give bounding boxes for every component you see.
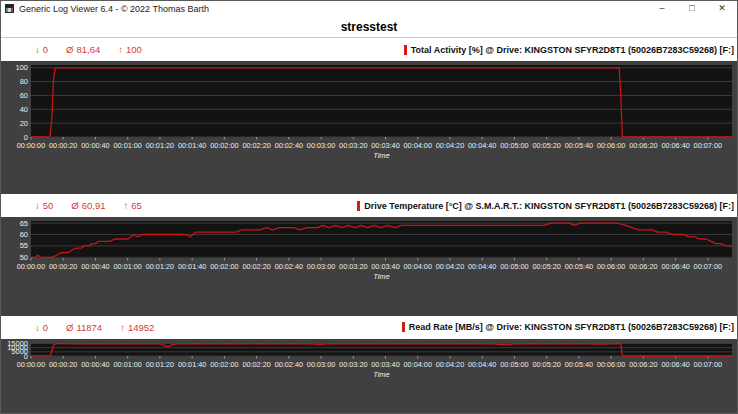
svg-text:00:04:00: 00:04:00 xyxy=(404,262,432,271)
maximize-button[interactable]: □ xyxy=(677,1,707,16)
chart-panel-activity[interactable]: 02040608010000:00:0000:00:2000:00:4000:0… xyxy=(1,61,737,194)
stat-avg-value: 11874 xyxy=(76,322,102,333)
chart-title-text: Drive Temperature [°C] @ S.M.A.R.T.: KIN… xyxy=(364,201,734,211)
stats-group: ↓0 Ø11874 ↑14952 xyxy=(35,322,154,333)
svg-text:00:05:00: 00:05:00 xyxy=(500,141,528,150)
svg-text:00:02:20: 00:02:20 xyxy=(242,360,270,369)
svg-text:00:01:20: 00:01:20 xyxy=(146,262,174,271)
svg-text:00:01:40: 00:01:40 xyxy=(178,360,206,369)
svg-text:00:05:40: 00:05:40 xyxy=(565,262,593,271)
svg-text:00:02:00: 00:02:00 xyxy=(210,360,238,369)
app-icon xyxy=(5,4,14,13)
svg-text:00:00:40: 00:00:40 xyxy=(81,141,109,150)
svg-text:Time: Time xyxy=(373,272,390,281)
chart-title-activity: Total Activity [%] @ Drive: KINGSTON SFY… xyxy=(404,45,734,55)
svg-text:80: 80 xyxy=(20,77,28,86)
svg-text:00:03:20: 00:03:20 xyxy=(339,262,367,271)
window-controls: – □ ✕ xyxy=(647,1,737,16)
minimize-button[interactable]: – xyxy=(647,1,677,16)
max-arrow-icon: ↑ xyxy=(118,44,123,55)
svg-text:00:05:00: 00:05:00 xyxy=(500,262,528,271)
svg-text:60: 60 xyxy=(20,230,28,239)
svg-text:00:01:40: 00:01:40 xyxy=(178,262,206,271)
log-header: stresstest xyxy=(1,16,737,38)
log-title: stresstest xyxy=(341,20,398,34)
svg-text:20: 20 xyxy=(20,119,28,128)
svg-text:00:04:40: 00:04:40 xyxy=(468,141,496,150)
stat-max-value: 65 xyxy=(131,200,142,211)
svg-text:00:00:00: 00:00:00 xyxy=(17,360,45,369)
svg-text:00:00:40: 00:00:40 xyxy=(81,262,109,271)
stat-avg-value: 60,91 xyxy=(82,200,106,211)
svg-text:00:06:40: 00:06:40 xyxy=(661,262,689,271)
svg-text:00:00:00: 00:00:00 xyxy=(17,262,45,271)
window-title: Generic Log Viewer 6.4 - © 2022 Thomas B… xyxy=(19,4,647,14)
svg-text:00:05:20: 00:05:20 xyxy=(532,262,560,271)
svg-text:00:01:00: 00:01:00 xyxy=(113,141,141,150)
svg-text:00:04:20: 00:04:20 xyxy=(436,262,464,271)
stat-min: ↓0 xyxy=(35,44,48,55)
svg-text:00:02:40: 00:02:40 xyxy=(275,141,303,150)
series-color-marker xyxy=(404,45,407,55)
svg-text:00:04:40: 00:04:40 xyxy=(468,262,496,271)
stat-avg-value: 81,64 xyxy=(76,44,100,55)
stats-row-readrate: ↓0 Ø11874 ↑14952 Read Rate [MB/s] @ Driv… xyxy=(1,316,737,339)
stat-min-value: 0 xyxy=(43,322,48,333)
svg-text:00:03:40: 00:03:40 xyxy=(371,262,399,271)
stats-row-temperature: ↓50 Ø60,91 ↑65 Drive Temperature [°C] @ … xyxy=(1,194,737,217)
stat-max: ↑65 xyxy=(124,200,142,211)
close-button[interactable]: ✕ xyxy=(707,1,737,16)
stat-max-value: 14952 xyxy=(128,322,154,333)
chart-panel-temperature[interactable]: 5055606500:00:0000:00:2000:00:4000:01:00… xyxy=(1,217,737,315)
svg-text:00:01:20: 00:01:20 xyxy=(146,141,174,150)
svg-text:00:04:20: 00:04:20 xyxy=(436,141,464,150)
stat-max: ↑100 xyxy=(118,44,142,55)
svg-text:00:06:20: 00:06:20 xyxy=(629,141,657,150)
svg-text:Time: Time xyxy=(373,370,390,379)
chart-title-temperature: Drive Temperature [°C] @ S.M.A.R.T.: KIN… xyxy=(357,201,734,211)
min-arrow-icon: ↓ xyxy=(35,200,40,211)
svg-text:Time: Time xyxy=(373,151,390,160)
svg-text:65: 65 xyxy=(20,219,28,228)
svg-text:00:04:20: 00:04:20 xyxy=(436,360,464,369)
svg-text:00:06:00: 00:06:00 xyxy=(597,262,625,271)
app-window: Generic Log Viewer 6.4 - © 2022 Thomas B… xyxy=(0,0,738,414)
svg-text:00:05:20: 00:05:20 xyxy=(532,360,560,369)
svg-text:00:04:00: 00:04:00 xyxy=(404,360,432,369)
chart-canvas: 05000100001500000:00:0000:00:2000:00:400… xyxy=(1,339,737,382)
svg-text:00:01:00: 00:01:00 xyxy=(113,262,141,271)
svg-text:00:04:00: 00:04:00 xyxy=(404,141,432,150)
svg-text:60: 60 xyxy=(20,91,28,100)
svg-text:00:06:20: 00:06:20 xyxy=(629,262,657,271)
svg-text:00:06:40: 00:06:40 xyxy=(661,141,689,150)
chart-canvas: 5055606500:00:0000:00:2000:00:4000:01:00… xyxy=(1,217,737,284)
svg-text:00:00:40: 00:00:40 xyxy=(81,360,109,369)
chart-panel-readrate[interactable]: 05000100001500000:00:0000:00:2000:00:400… xyxy=(1,339,737,413)
svg-text:00:02:40: 00:02:40 xyxy=(275,262,303,271)
svg-text:00:02:00: 00:02:00 xyxy=(210,141,238,150)
svg-text:00:01:20: 00:01:20 xyxy=(146,360,174,369)
svg-text:00:02:00: 00:02:00 xyxy=(210,262,238,271)
svg-text:40: 40 xyxy=(20,105,28,114)
svg-text:00:03:00: 00:03:00 xyxy=(307,360,335,369)
stat-min-value: 0 xyxy=(43,44,48,55)
svg-text:00:06:40: 00:06:40 xyxy=(661,360,689,369)
svg-text:00:03:00: 00:03:00 xyxy=(307,262,335,271)
svg-text:00:05:40: 00:05:40 xyxy=(565,141,593,150)
min-arrow-icon: ↓ xyxy=(35,44,40,55)
svg-text:00:03:40: 00:03:40 xyxy=(371,360,399,369)
stat-avg: Ø81,64 xyxy=(66,44,100,55)
svg-text:00:05:20: 00:05:20 xyxy=(532,141,560,150)
svg-text:00:00:20: 00:00:20 xyxy=(49,262,77,271)
chart-title-readrate: Read Rate [MB/s] @ Drive: KINGSTON SFYR2… xyxy=(402,322,734,332)
svg-text:00:05:40: 00:05:40 xyxy=(565,360,593,369)
chart-title-text: Read Rate [MB/s] @ Drive: KINGSTON SFYR2… xyxy=(409,322,734,332)
chart-title-text: Total Activity [%] @ Drive: KINGSTON SFY… xyxy=(411,45,734,55)
svg-text:00:05:00: 00:05:00 xyxy=(500,360,528,369)
stat-avg: Ø11874 xyxy=(66,322,102,333)
svg-text:00:02:20: 00:02:20 xyxy=(242,262,270,271)
svg-text:00:07:00: 00:07:00 xyxy=(694,360,722,369)
svg-text:00:01:00: 00:01:00 xyxy=(113,360,141,369)
svg-text:00:02:20: 00:02:20 xyxy=(242,141,270,150)
svg-text:00:01:40: 00:01:40 xyxy=(178,141,206,150)
